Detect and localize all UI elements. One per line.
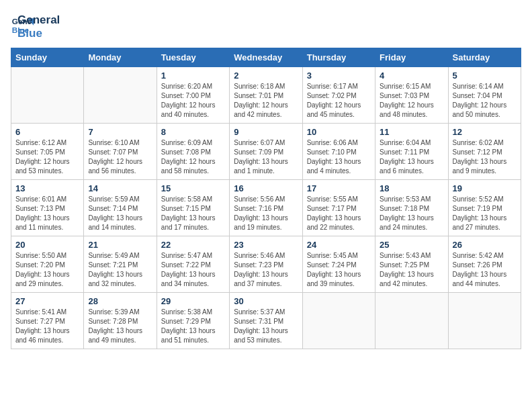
sunset-info: Sunset: 7:25 PM [380,261,429,269]
sunrise-info: Sunrise: 5:38 AM [161,308,212,316]
sunrise-info: Sunrise: 5:52 AM [453,195,504,203]
sunset-info: Sunset: 7:23 PM [234,261,283,269]
sunset-info: Sunset: 7:01 PM [234,92,283,99]
day-info: Sunrise: 6:12 AMSunset: 7:05 PMDaylight:… [15,138,79,176]
sunset-info: Sunset: 7:22 PM [161,261,211,269]
calendar-cell: 16Sunrise: 5:56 AMSunset: 7:16 PMDayligh… [230,180,302,236]
calendar-week-1: 1Sunrise: 6:20 AMSunset: 7:00 PMDaylight… [11,67,521,124]
sunset-info: Sunset: 7:00 PM [161,92,211,99]
day-info: Sunrise: 5:42 AMSunset: 7:26 PMDaylight:… [453,251,517,289]
sunrise-info: Sunrise: 6:07 AM [234,139,285,146]
day-info: Sunrise: 6:15 AMSunset: 7:03 PMDaylight:… [380,82,443,120]
daylight-info: Daylight: 12 hours and 48 minutes. [380,101,434,118]
daylight-info: Daylight: 13 hours and 53 minutes. [234,327,288,344]
day-number: 28 [88,296,152,306]
day-number: 12 [453,127,517,137]
calendar-cell: 10Sunrise: 6:06 AMSunset: 7:10 PMDayligh… [302,124,375,180]
weekday-header-tuesday: Tuesday [157,48,229,67]
sunset-info: Sunset: 7:02 PM [307,92,357,99]
daylight-info: Daylight: 12 hours and 56 minutes. [88,158,142,175]
weekday-header-saturday: Saturday [448,48,521,67]
sunset-info: Sunset: 7:28 PM [88,318,138,325]
sunrise-info: Sunrise: 6:06 AM [307,139,358,146]
calendar-cell [11,67,84,124]
sunset-info: Sunset: 7:17 PM [307,205,357,212]
day-number: 17 [307,183,371,193]
day-info: Sunrise: 5:43 AMSunset: 7:25 PMDaylight:… [380,251,443,289]
sunset-info: Sunset: 7:20 PM [15,261,65,269]
day-number: 23 [234,240,298,250]
sunset-info: Sunset: 7:27 PM [15,318,65,325]
day-number: 8 [161,127,225,137]
day-info: Sunrise: 5:50 AMSunset: 7:20 PMDaylight:… [15,251,79,289]
calendar-week-4: 20Sunrise: 5:50 AMSunset: 7:20 PMDayligh… [11,236,521,293]
calendar-cell: 9Sunrise: 6:07 AMSunset: 7:09 PMDaylight… [230,124,302,180]
daylight-info: Daylight: 13 hours and 14 minutes. [88,214,142,231]
sunrise-info: Sunrise: 6:02 AM [453,139,504,146]
day-info: Sunrise: 5:38 AMSunset: 7:29 PMDaylight:… [161,308,225,345]
day-number: 30 [234,296,298,306]
sunset-info: Sunset: 7:13 PM [15,205,65,212]
sunrise-info: Sunrise: 6:20 AM [161,83,212,90]
daylight-info: Daylight: 13 hours and 9 minutes. [453,158,507,175]
day-info: Sunrise: 6:20 AMSunset: 7:00 PMDaylight:… [161,82,225,120]
sunset-info: Sunset: 7:26 PM [453,261,502,269]
day-info: Sunrise: 5:59 AMSunset: 7:14 PMDaylight:… [88,195,152,232]
day-number: 11 [380,127,443,137]
daylight-info: Daylight: 13 hours and 6 minutes. [380,158,434,175]
daylight-info: Daylight: 12 hours and 53 minutes. [15,158,70,175]
calendar-cell [84,67,157,124]
day-number: 22 [161,240,225,250]
daylight-info: Daylight: 13 hours and 1 minute. [234,158,288,175]
calendar-week-3: 13Sunrise: 6:01 AMSunset: 7:13 PMDayligh… [11,180,521,236]
sunset-info: Sunset: 7:19 PM [453,205,502,212]
day-number: 27 [15,296,79,306]
day-info: Sunrise: 6:10 AMSunset: 7:07 PMDaylight:… [88,138,152,176]
calendar-week-2: 6Sunrise: 6:12 AMSunset: 7:05 PMDaylight… [11,124,521,180]
weekday-header-wednesday: Wednesday [230,48,302,67]
sunrise-info: Sunrise: 6:18 AM [234,83,285,90]
day-info: Sunrise: 5:53 AMSunset: 7:18 PMDaylight:… [380,195,443,232]
daylight-info: Daylight: 12 hours and 42 minutes. [234,101,288,118]
daylight-info: Daylight: 13 hours and 19 minutes. [234,214,288,231]
calendar-cell: 12Sunrise: 6:02 AMSunset: 7:12 PMDayligh… [448,124,521,180]
calendar-cell: 11Sunrise: 6:04 AMSunset: 7:11 PMDayligh… [375,124,448,180]
day-info: Sunrise: 6:07 AMSunset: 7:09 PMDaylight:… [234,138,298,176]
calendar-cell: 5Sunrise: 6:14 AMSunset: 7:04 PMDaylight… [448,67,521,124]
day-info: Sunrise: 6:01 AMSunset: 7:13 PMDaylight:… [15,195,79,232]
calendar-cell: 24Sunrise: 5:45 AMSunset: 7:24 PMDayligh… [302,236,375,293]
day-number: 25 [380,240,443,250]
day-number: 2 [234,71,298,81]
sunset-info: Sunset: 7:14 PM [88,205,138,212]
sunset-info: Sunset: 7:12 PM [453,148,502,156]
calendar-cell: 6Sunrise: 6:12 AMSunset: 7:05 PMDaylight… [11,124,84,180]
sunrise-info: Sunrise: 6:01 AM [15,195,66,203]
weekday-header-row: SundayMondayTuesdayWednesdayThursdayFrid… [11,48,521,67]
day-number: 18 [380,183,443,193]
day-number: 6 [15,127,79,137]
day-number: 13 [15,183,79,193]
calendar-cell [302,293,375,349]
sunrise-info: Sunrise: 5:45 AM [307,252,358,259]
weekday-header-monday: Monday [84,48,157,67]
calendar-cell: 3Sunrise: 6:17 AMSunset: 7:02 PMDaylight… [302,67,375,124]
sunset-info: Sunset: 7:29 PM [161,318,211,325]
daylight-info: Daylight: 13 hours and 46 minutes. [15,327,70,344]
daylight-info: Daylight: 13 hours and 39 minutes. [307,271,361,287]
day-number: 1 [161,71,225,81]
day-info: Sunrise: 6:17 AMSunset: 7:02 PMDaylight:… [307,82,371,120]
calendar-cell: 30Sunrise: 5:37 AMSunset: 7:31 PMDayligh… [230,293,302,349]
calendar-cell: 25Sunrise: 5:43 AMSunset: 7:25 PMDayligh… [375,236,448,293]
daylight-info: Daylight: 13 hours and 11 minutes. [15,214,70,231]
sunrise-info: Sunrise: 5:53 AM [380,195,431,203]
calendar-cell: 22Sunrise: 5:47 AMSunset: 7:22 PMDayligh… [157,236,229,293]
day-number: 29 [161,296,225,306]
daylight-info: Daylight: 13 hours and 49 minutes. [88,327,142,344]
sunset-info: Sunset: 7:11 PM [380,148,429,156]
day-number: 19 [453,183,517,193]
sunset-info: Sunset: 7:08 PM [161,148,211,156]
calendar-cell: 29Sunrise: 5:38 AMSunset: 7:29 PMDayligh… [157,293,229,349]
calendar-cell: 1Sunrise: 6:20 AMSunset: 7:00 PMDaylight… [157,67,229,124]
calendar-cell: 4Sunrise: 6:15 AMSunset: 7:03 PMDaylight… [375,67,448,124]
calendar-cell: 14Sunrise: 5:59 AMSunset: 7:14 PMDayligh… [84,180,157,236]
